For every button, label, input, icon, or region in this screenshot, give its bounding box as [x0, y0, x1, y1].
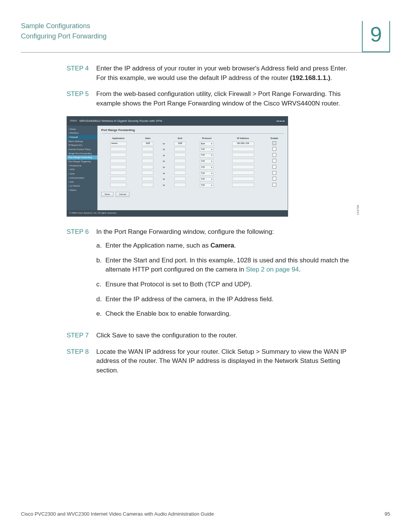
app-input[interactable]: camera [110, 142, 127, 146]
ss-col-header: Start [135, 136, 160, 141]
step-4: STEP 4 Enter the IP address of your rout… [67, 64, 356, 83]
ss-nav-item[interactable]: • Firewall [67, 135, 97, 139]
to-label: to [160, 141, 168, 147]
proto-select[interactable]: TCP▾ [200, 147, 213, 152]
figure-code: 194798 [356, 205, 360, 215]
app-input[interactable] [110, 171, 126, 175]
ss-top-links: ▬ ▬ ▬ [277, 119, 285, 123]
save-button[interactable]: Save [101, 192, 113, 197]
section-subtitle: Configuring Port Forwarding [21, 31, 107, 42]
proto-select[interactable]: TCP▾ [200, 165, 213, 169]
ss-nav-item[interactable]: Internet Access Policy [67, 147, 97, 152]
section-title: Sample Configurations [21, 21, 107, 31]
substep-c: c. Ensure that Protocol is set to Both (… [96, 280, 356, 289]
app-name: Camera [210, 242, 234, 249]
ss-nav-item[interactable]: • IPS [67, 180, 97, 184]
text: . [234, 242, 236, 249]
proto-select[interactable]: TCP▾ [200, 159, 213, 163]
enable-check[interactable] [272, 165, 276, 169]
ip-input[interactable] [232, 147, 254, 151]
ss-nav-item[interactable]: • VPN [67, 168, 97, 172]
end-input[interactable] [174, 147, 186, 151]
start-input[interactable] [142, 159, 153, 163]
end-input[interactable] [174, 183, 186, 187]
proto-select[interactable]: TCP▾ [200, 177, 213, 181]
ip-input[interactable]: 192.168.1.100 [232, 142, 254, 146]
table-row: toTCP▾ [101, 152, 284, 158]
ss-nav-item[interactable]: • L2 Switch [67, 184, 97, 188]
start-input[interactable] [142, 177, 153, 181]
ss-nav-item[interactable]: Port Range Triggering [67, 160, 97, 164]
ss-nav-item[interactable]: Basic Settings [67, 139, 97, 144]
end-input[interactable] [174, 159, 186, 163]
start-input[interactable] [142, 165, 153, 169]
ss-nav-item[interactable]: • Status [67, 188, 97, 192]
proto-select[interactable]: TCP▾ [200, 183, 213, 187]
ss-nav-item[interactable]: IP Based ACL [67, 143, 97, 147]
proto-select[interactable]: Both▾ [200, 142, 213, 146]
ip-input[interactable] [232, 177, 254, 181]
enable-check[interactable] [272, 177, 276, 181]
start-input[interactable] [142, 183, 153, 187]
proto-select[interactable]: TCP▾ [200, 171, 213, 176]
ss-table: Application Start End Protocol IP Addres… [101, 136, 284, 188]
substep-d: d. Enter the IP address of the camera, i… [96, 295, 356, 304]
chapter-number: 9 [370, 24, 382, 45]
text: Locate the WAN IP address for your route… [96, 348, 237, 355]
substep-b: b. Enter the Start and End port. In this… [96, 256, 356, 275]
app-input[interactable] [110, 177, 126, 181]
app-input[interactable] [110, 183, 126, 187]
page-number: 95 [385, 511, 390, 517]
ip-input[interactable] [232, 159, 254, 163]
ip-input[interactable] [232, 171, 254, 175]
proto-select[interactable]: TCP▾ [200, 153, 213, 158]
ss-nav-item[interactable]: Single Port Forwarding [67, 152, 97, 156]
ip-input[interactable] [232, 165, 254, 169]
cross-ref-link[interactable]: Step 2 on page 94 [246, 266, 299, 273]
enable-check[interactable] [272, 147, 276, 151]
text: Enter the Start and End port. In this ex… [105, 257, 237, 264]
ss-nav-item[interactable]: • Setup [67, 127, 97, 131]
app-input[interactable] [110, 147, 126, 151]
app-input[interactable] [110, 165, 126, 169]
enable-check[interactable] [272, 153, 276, 157]
enable-check[interactable] [272, 171, 276, 175]
ss-col-header: Application [101, 136, 135, 141]
value: Enable [136, 310, 156, 317]
button-name: Save [112, 332, 127, 339]
start-input[interactable]: 1028 [142, 142, 153, 146]
step-label: STEP 8 [67, 347, 96, 375]
ss-nav-item[interactable]: • QoS [67, 172, 97, 176]
enable-check[interactable] [272, 141, 276, 145]
text: Enter the Application name, such as [105, 242, 210, 249]
end-input[interactable] [174, 171, 186, 175]
ss-col-header: Enable [265, 136, 284, 141]
page-footer: Cisco PVC2300 and WVC2300 Internet Video… [21, 511, 390, 517]
table-row: toTCP▾ [101, 170, 284, 176]
ss-col-header: Protocol [192, 136, 221, 141]
header-divider [21, 52, 390, 53]
enable-check[interactable] [272, 183, 276, 187]
end-input[interactable] [174, 165, 186, 169]
start-input[interactable] [142, 171, 153, 175]
to-label: to [160, 152, 168, 158]
ss-nav-item[interactable]: • Wireless [67, 131, 97, 135]
app-input[interactable] [110, 159, 126, 163]
cancel-button[interactable]: Cancel [116, 192, 130, 197]
to-label: to [160, 170, 168, 176]
end-input[interactable] [174, 177, 186, 181]
start-input[interactable] [142, 153, 153, 157]
app-input[interactable] [110, 153, 126, 157]
start-input[interactable] [142, 147, 153, 151]
end-input[interactable]: 1028 [174, 142, 186, 146]
ss-nav-item[interactable]: • ProtectLink [67, 164, 97, 168]
table-row: toTCP▾ [101, 182, 284, 189]
end-input[interactable] [174, 153, 186, 157]
to-label: to [160, 176, 168, 182]
sub-letter: d. [96, 295, 105, 304]
enable-check[interactable] [272, 159, 276, 163]
ip-input[interactable] [232, 183, 254, 187]
ss-nav-item[interactable]: • Administration [67, 176, 97, 180]
ip-input[interactable] [232, 153, 254, 157]
ss-nav-item-active[interactable]: Port Range Forwarding [67, 155, 97, 160]
